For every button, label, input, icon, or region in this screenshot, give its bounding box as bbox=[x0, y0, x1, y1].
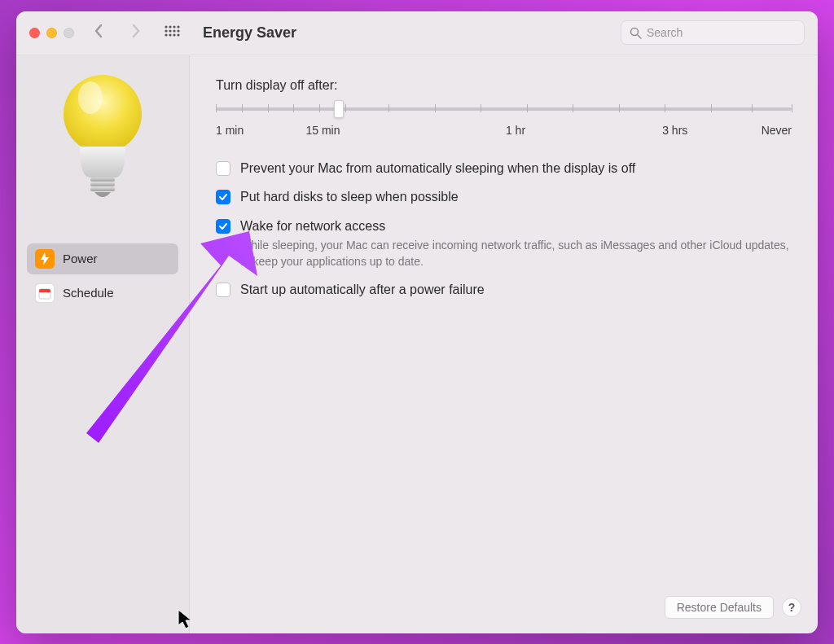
minimize-button[interactable] bbox=[46, 28, 57, 38]
back-button[interactable] bbox=[94, 22, 103, 43]
svg-rect-16 bbox=[90, 177, 115, 182]
scale-mark: 15 min bbox=[305, 124, 340, 137]
svg-point-2 bbox=[173, 25, 175, 28]
option-startup-failure[interactable]: Start up automatically after a power fai… bbox=[216, 281, 792, 299]
svg-point-14 bbox=[64, 75, 142, 153]
search-icon bbox=[630, 27, 642, 39]
checkbox-label: Prevent your Mac from automatically slee… bbox=[240, 160, 635, 177]
option-prevent-sleep[interactable]: Prevent your Mac from automatically slee… bbox=[216, 160, 792, 177]
svg-point-12 bbox=[631, 28, 639, 35]
restore-defaults-button[interactable]: Restore Defaults bbox=[665, 596, 774, 619]
content-panel: Turn display off after: bbox=[190, 55, 818, 633]
sidebar: Power Schedule bbox=[16, 55, 190, 633]
forward-button[interactable] bbox=[131, 22, 141, 43]
scale-mark: 1 min bbox=[216, 124, 244, 137]
svg-line-13 bbox=[638, 35, 641, 38]
display-off-slider[interactable] bbox=[216, 107, 792, 111]
check-icon bbox=[218, 192, 228, 202]
checkbox[interactable] bbox=[216, 190, 230, 204]
sidebar-item-label: Power bbox=[63, 252, 98, 265]
window-body: Power Schedule Turn display off after: bbox=[16, 55, 818, 633]
sidebar-item-power[interactable]: Power bbox=[27, 243, 178, 274]
checkbox[interactable] bbox=[216, 219, 230, 234]
slider-scale: 1 min 15 min 1 hr 3 hrs Never bbox=[216, 124, 792, 137]
scale-mark: Never bbox=[762, 124, 792, 137]
checkbox-label: Start up automatically after a power fai… bbox=[240, 281, 485, 299]
svg-point-6 bbox=[173, 29, 175, 32]
checkbox[interactable] bbox=[216, 283, 230, 297]
checkbox[interactable] bbox=[216, 161, 230, 176]
wake-network-description: While sleeping, your Mac can receive inc… bbox=[240, 238, 792, 269]
svg-point-9 bbox=[169, 33, 171, 36]
scale-mark: 1 hr bbox=[506, 124, 525, 137]
svg-point-7 bbox=[177, 29, 179, 32]
page-title: Energy Saver bbox=[203, 24, 296, 42]
svg-rect-21 bbox=[39, 291, 50, 292]
svg-point-1 bbox=[169, 25, 171, 28]
svg-point-5 bbox=[169, 29, 171, 32]
maximize-button bbox=[64, 28, 74, 38]
scale-mark: 3 hrs bbox=[662, 124, 687, 137]
search-field[interactable] bbox=[621, 20, 805, 45]
svg-rect-17 bbox=[90, 182, 115, 186]
svg-point-10 bbox=[173, 33, 175, 36]
svg-point-15 bbox=[78, 81, 103, 114]
svg-point-8 bbox=[165, 33, 167, 36]
close-button[interactable] bbox=[29, 28, 40, 38]
svg-point-0 bbox=[165, 25, 167, 28]
option-hard-disks[interactable]: Put hard disks to sleep when possible bbox=[216, 188, 792, 206]
slider-label: Turn display off after: bbox=[216, 78, 792, 93]
svg-point-11 bbox=[177, 33, 179, 36]
checkbox-label: Wake for network access bbox=[240, 217, 385, 235]
check-icon bbox=[218, 221, 228, 231]
traffic-lights bbox=[29, 28, 74, 38]
nav-buttons bbox=[94, 22, 141, 43]
slider-ticks bbox=[216, 104, 792, 114]
option-wake-network[interactable]: Wake for network access bbox=[216, 217, 792, 235]
power-icon bbox=[35, 249, 55, 269]
svg-point-3 bbox=[177, 25, 179, 28]
show-all-icon[interactable] bbox=[164, 24, 180, 41]
energy-saver-icon bbox=[54, 73, 151, 211]
checkbox-label: Put hard disks to sleep when possible bbox=[240, 188, 459, 206]
svg-point-4 bbox=[165, 29, 167, 32]
sidebar-item-label: Schedule bbox=[63, 286, 114, 300]
system-preferences-window: Energy Saver bbox=[16, 11, 818, 633]
search-input[interactable] bbox=[647, 26, 796, 39]
slider-knob[interactable] bbox=[334, 100, 344, 118]
svg-rect-18 bbox=[90, 187, 115, 191]
titlebar: Energy Saver bbox=[16, 11, 818, 55]
panel-footer: Restore Defaults ? bbox=[665, 596, 801, 619]
sidebar-item-schedule[interactable]: Schedule bbox=[27, 278, 178, 309]
schedule-icon bbox=[35, 283, 55, 303]
help-button[interactable]: ? bbox=[782, 598, 801, 617]
